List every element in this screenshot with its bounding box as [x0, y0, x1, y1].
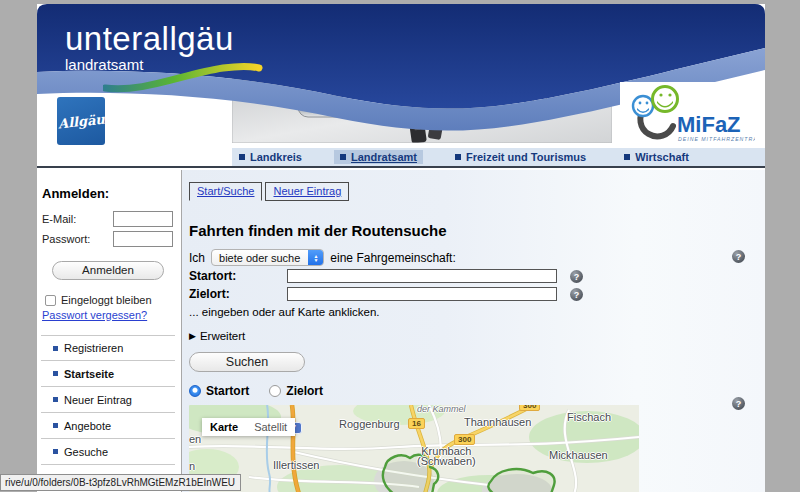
nav-bullet-icon	[455, 154, 461, 160]
map-label-partial-1: en	[189, 433, 201, 445]
stay-logged-in-checkbox[interactable]	[45, 295, 56, 306]
map-label-roggenburg: Roggenburg	[339, 418, 400, 430]
advanced-toggle[interactable]: ▶ Erweitert	[189, 330, 245, 342]
page-title: Fahrten finden mit der Routensuche	[189, 222, 447, 239]
map-type-control: Karte Satellit	[202, 418, 295, 436]
email-field[interactable]	[113, 211, 173, 227]
start-label: Startort:	[189, 269, 287, 283]
mode-suffix-label: eine Fahrgemeinschaft:	[330, 251, 455, 265]
mifaz-logo-text: MiFaZ	[677, 112, 741, 137]
stay-logged-in-label: Eingeloggt bleiben	[61, 294, 152, 306]
nav-bullet-icon	[340, 154, 346, 160]
triangle-right-icon: ▶	[189, 331, 196, 341]
mode-prefix-label: Ich	[189, 251, 205, 265]
browser-status-bar: rive/u/0/folders/0B-t3pfz8LvRhMGtEMzR1bE…	[0, 474, 241, 491]
password-field[interactable]	[113, 231, 173, 247]
menu-bullet-icon	[53, 371, 58, 376]
mode-select[interactable]: biete oder suche ▲▼	[211, 249, 324, 266]
nav-item-freizeit-tourismus[interactable]: Freizeit und Tourismus	[449, 150, 592, 164]
allgaeu-logo-text: Allgäu	[57, 111, 105, 131]
menu-bullet-icon	[53, 423, 58, 428]
map-label-thannhausen: Thannhausen	[464, 416, 531, 428]
forgot-password-link[interactable]: Passwort vergessen?	[42, 309, 175, 321]
nav-item-landratsamt[interactable]: Landratsamt	[334, 150, 423, 164]
sidebar-menu: Registrieren Startseite Neuer Eintrag An…	[41, 335, 175, 492]
sidebar-item-neuer-eintrag[interactable]: Neuer Eintrag	[41, 387, 175, 413]
map-label-river: der Kammel	[417, 405, 466, 414]
nav-bullet-icon	[239, 154, 245, 160]
map-label-partial-2: n	[189, 460, 195, 472]
green-smiley-icon	[653, 87, 678, 112]
road-shield-b300: 300	[454, 434, 475, 445]
help-icon-map[interactable]: ?	[732, 397, 745, 410]
mifaz-tagline: DEINE MITFAHRZENTRALE	[678, 136, 755, 142]
dest-label: Zielort:	[189, 287, 287, 301]
brand-title: unterallgäu	[65, 20, 234, 58]
sidebar: Anmelden: E-Mail: Passwort: Anmelden Ein…	[37, 170, 182, 492]
map-label-fischach: Fischach	[567, 411, 611, 423]
radio-selected-icon	[189, 385, 201, 397]
content-tabs: Start/Suche Neuer Eintrag	[189, 182, 349, 201]
map-label-mickhausen: Mickhausen	[549, 449, 608, 461]
sidebar-item-angebote[interactable]: Angebote	[41, 413, 175, 439]
login-heading: Anmelden:	[42, 186, 175, 201]
page: unterallgäu landratsamt Allgäu	[37, 4, 765, 492]
nav-item-wirtschaft[interactable]: Wirtschaft	[618, 150, 695, 164]
email-label: E-Mail:	[42, 213, 76, 225]
sidebar-item-registrieren[interactable]: Registrieren	[41, 335, 175, 361]
allgaeu-logo[interactable]: Allgäu	[57, 97, 105, 145]
brand-swoosh-graphic	[103, 60, 263, 94]
sidebar-item-startseite[interactable]: Startseite	[41, 361, 175, 387]
tab-start-suche[interactable]: Start/Suche	[189, 182, 262, 201]
main-content: Start/Suche Neuer Eintrag Fahrten finden…	[182, 170, 765, 492]
menu-bullet-icon	[53, 449, 58, 454]
menu-bullet-icon	[53, 346, 58, 351]
help-icon-dest[interactable]: ?	[570, 288, 583, 301]
header: unterallgäu landratsamt Allgäu	[37, 4, 765, 148]
main-navbar: Landkreis Landratsamt Freizeit und Touri…	[37, 148, 765, 168]
nav-item-landkreis[interactable]: Landkreis	[233, 150, 308, 164]
password-label: Passwort:	[42, 233, 90, 245]
start-input[interactable]	[287, 269, 557, 283]
select-stepper-icon: ▲▼	[308, 249, 323, 266]
map-label-krumbach: Krumbach(Schwaben)	[417, 446, 476, 466]
map-type-satellit-button[interactable]: Satellit	[246, 418, 295, 436]
radio-zielort[interactable]: Zielort	[269, 384, 323, 398]
dest-input[interactable]	[287, 287, 557, 301]
tab-neuer-eintrag[interactable]: Neuer Eintrag	[265, 182, 349, 201]
map-hint-text: ... eingeben oder auf Karte anklicken.	[189, 306, 380, 318]
nav-bullet-icon	[624, 154, 630, 160]
road-shield-b300-top: 300	[519, 405, 540, 411]
car-key-photo	[232, 75, 612, 143]
map-canvas[interactable]: Karte Satellit der Kammel Roggenburg Tha…	[189, 405, 639, 492]
help-icon-mode[interactable]: ?	[732, 250, 745, 263]
menu-bullet-icon	[53, 397, 58, 402]
radio-unselected-icon	[269, 385, 281, 397]
sidebar-item-gesuche[interactable]: Gesuche	[41, 439, 175, 465]
mifaz-logo[interactable]: MiFaZ DEINE MITFAHRZENTRALE	[620, 82, 755, 148]
login-button[interactable]: Anmelden	[52, 261, 164, 280]
radio-startort[interactable]: Startort	[189, 384, 249, 398]
map-label-illertissen: Illertissen	[273, 459, 319, 471]
help-icon-start[interactable]: ?	[570, 270, 583, 283]
road-shield-b16: 16	[408, 418, 425, 429]
mode-select-value: biete oder suche	[212, 252, 308, 264]
map-type-karte-button[interactable]: Karte	[202, 418, 246, 436]
search-button[interactable]: Suchen	[189, 352, 305, 372]
